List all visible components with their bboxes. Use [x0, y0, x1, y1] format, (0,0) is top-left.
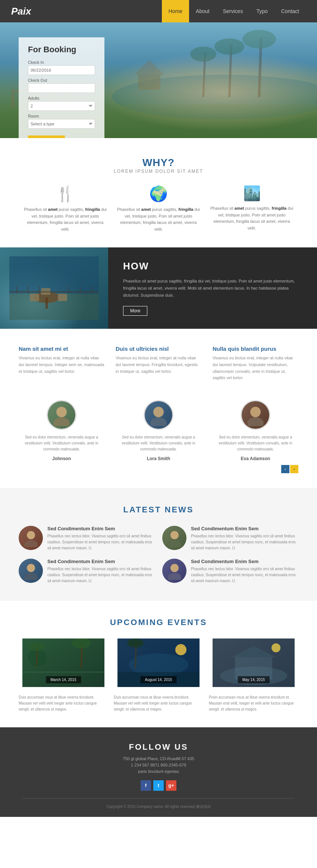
room-group: Room Select a type Standard Deluxe Suite: [28, 114, 95, 129]
news-text-2: Phasellus nec lectus bitor. Vivamus sagi…: [191, 533, 298, 551]
news-content-1: Sed Condimentum Enim Sem Phasellus nec l…: [47, 526, 155, 551]
how-heading: HOW: [123, 260, 302, 272]
nav-link-home[interactable]: Home: [162, 0, 189, 22]
svg-rect-8: [138, 75, 160, 90]
event-card-3: May 14, 2015: [209, 638, 298, 687]
feature-title-1: Nam sit amet mi et: [19, 346, 104, 352]
how-more-button[interactable]: More: [123, 306, 147, 316]
svg-point-10: [190, 47, 216, 62]
why-heading: WHY?: [22, 157, 295, 169]
booking-form: For Booking Ckeck In Ckeck Out Adults 2 …: [19, 37, 104, 138]
testimonial-name-2: Lora Smith: [116, 456, 201, 461]
svg-point-35: [27, 531, 35, 539]
why-text-2: Phasellus sit amet purus sagittis, fring…: [116, 206, 201, 232]
checkout-group: Ckeck Out: [28, 78, 95, 93]
nav-link-typo[interactable]: Typo: [249, 0, 274, 22]
feature-text-2: Vivamus eu lectus erat, integer at nulla…: [116, 355, 201, 375]
svg-point-14: [242, 30, 276, 49]
facebook-icon[interactable]: f: [141, 780, 151, 791]
news-item-3: Sed Condimentum Enim Sem Phasellus nec l…: [19, 559, 155, 584]
nav-item-services[interactable]: Services: [216, 0, 250, 22]
news-content-3: Sed Condimentum Enim Sem Phasellus nec l…: [47, 559, 155, 584]
nav-item-contact[interactable]: Contact: [274, 0, 306, 22]
feature-title-3: Nulla quis blandit purus: [213, 346, 298, 352]
svg-point-39: [27, 564, 35, 572]
svg-rect-16: [9, 256, 99, 294]
nav-item-about[interactable]: About: [189, 0, 216, 22]
svg-point-41: [170, 564, 179, 572]
testimonial-col-2: Sed eu dolor elementum, venenatis augue …: [116, 400, 201, 461]
twitter-icon[interactable]: t: [153, 780, 164, 791]
brand-logo[interactable]: Paix: [11, 6, 162, 17]
news-content-4: Sed Condimentum Enim Sem Phasellus nec l…: [191, 559, 298, 584]
why-text-1: Phasellus sit amet purus sagittis, fring…: [22, 206, 108, 232]
booking-title: For Booking: [28, 45, 95, 54]
event-desc-3: Proin accumsan risus at libue viverra ti…: [209, 694, 298, 712]
event-desc-1: Duis accumsan risus at libue viverra tin…: [19, 694, 108, 712]
footer-heading: FOLLOW US: [22, 742, 295, 752]
news-grid: Sed Condimentum Enim Sem Phasellus nec l…: [19, 526, 298, 584]
checkout-label: Ckeck Out: [28, 78, 95, 82]
svg-point-29: [56, 407, 67, 417]
adults-label: Adults: [28, 96, 95, 100]
event-card-1: March 14, 2015: [19, 638, 108, 687]
checkin-input[interactable]: [28, 65, 95, 75]
googleplus-icon[interactable]: g+: [166, 780, 176, 791]
feature-col-1: Nam sit amet mi et Vivamus eu lectus era…: [19, 346, 104, 381]
prev-arrow-button[interactable]: ‹: [281, 465, 289, 473]
svg-rect-3: [11, 93, 14, 107]
svg-point-12: [214, 38, 244, 55]
next-arrow-button[interactable]: ›: [290, 465, 298, 473]
dining-icon: 🍴: [22, 185, 108, 203]
svg-point-40: [24, 573, 38, 580]
svg-point-42: [168, 573, 181, 580]
nav-link-about[interactable]: About: [189, 0, 216, 22]
svg-point-53: [175, 644, 186, 655]
nav-item-home[interactable]: Home: [162, 0, 189, 22]
checkout-input[interactable]: [28, 83, 95, 93]
how-text: Phasellus sit amet purus sagittis, fring…: [123, 278, 302, 299]
news-item-2: Sed Condimentum Enim Sem Phasellus nec l…: [162, 526, 298, 551]
news-thumb-2: [162, 526, 186, 550]
why-section: WHY? LOREM IPSUM DOLOR SIT AMET 🍴 Phasel…: [0, 138, 317, 247]
svg-point-32: [150, 417, 167, 426]
feature-col-2: Duis ut ultricies nisl Vivamus eu lectus…: [116, 346, 201, 381]
news-thumb-3: [19, 559, 43, 583]
news-text-3: Phasellus nec lectus bitor. Vivamus sagi…: [47, 566, 155, 584]
why-col-3: 🏙️ Phasellus sit amet purus sagittis, fr…: [209, 185, 295, 232]
building-icon: 🏙️: [209, 185, 295, 202]
carousel-arrows: ‹ ›: [19, 465, 298, 473]
checkin-group: Ckeck In: [28, 60, 95, 75]
events-section: UPCOMING EVENTS March 14, 2015: [0, 601, 317, 727]
testimonial-name-3: Eva Adamson: [213, 456, 298, 461]
testimonial-col-3: Sed eu dolor elementum, venenatis augue …: [213, 400, 298, 461]
event-date-1: March 14, 2015: [46, 676, 81, 683]
navbar: Paix Home About Services Typo Contact: [0, 0, 317, 22]
avatar-eva: [241, 400, 270, 430]
events-grid: March 14, 2015 August 14, 2015: [19, 638, 298, 687]
why-columns: 🍴 Phasellus sit amet purus sagittis, fri…: [22, 185, 295, 232]
avatar-johnson: [47, 400, 76, 430]
news-title-4: Sed Condimentum Enim Sem: [191, 559, 298, 564]
book-now-button[interactable]: Book Now: [28, 135, 65, 138]
svg-point-37: [170, 531, 179, 539]
svg-marker-7: [134, 60, 164, 75]
nav-link-contact[interactable]: Contact: [274, 0, 306, 22]
adults-select[interactable]: 2 1 3 4: [28, 101, 95, 111]
checkin-label: Ckeck In: [28, 60, 95, 65]
event-card-2: August 14, 2015: [114, 638, 203, 687]
nav-menu: Home About Services Typo Contact: [162, 0, 306, 22]
nav-link-services[interactable]: Services: [216, 0, 250, 22]
testimonials-section: Sed eu dolor elementum, venenatis augue …: [0, 393, 317, 488]
event-date-2: August 14, 2015: [141, 676, 177, 683]
testimonials-columns: Sed eu dolor elementum, venenatis augue …: [19, 400, 298, 461]
feature-col-3: Nulla quis blandit purus Vivamus eu lect…: [213, 346, 298, 381]
nav-item-typo[interactable]: Typo: [249, 0, 274, 22]
events-heading: UPCOMING EVENTS: [19, 618, 298, 627]
adults-group: Adults 2 1 3 4: [28, 96, 95, 111]
features-columns: Nam sit amet mi et Vivamus eu lectus era…: [19, 346, 298, 381]
news-title-1: Sed Condimentum Enim Sem: [47, 526, 155, 531]
room-select[interactable]: Select a type Standard Deluxe Suite: [28, 119, 95, 129]
news-thumb-1: [19, 526, 43, 550]
svg-point-33: [250, 407, 261, 417]
